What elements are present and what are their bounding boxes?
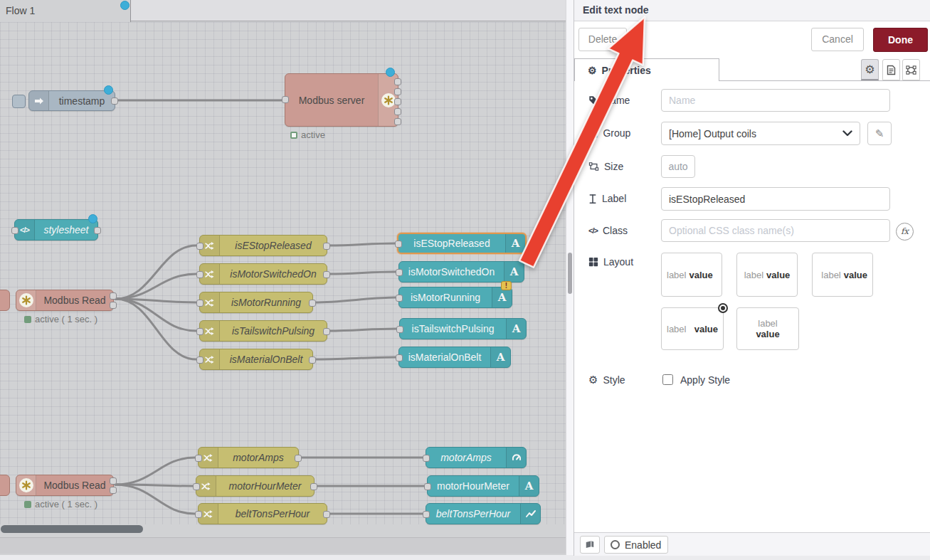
node-switch-isestopreleased[interactable]: isEStopReleased	[199, 235, 327, 256]
edit-group-button[interactable]: ✎	[867, 122, 892, 145]
output-port-2[interactable]	[394, 88, 401, 95]
input-port[interactable]	[195, 455, 202, 462]
tag-icon	[588, 95, 598, 105]
node-clipped[interactable]	[0, 475, 10, 496]
flow-canvas[interactable]: Flow 1 timestamp Modbus server	[0, 0, 566, 555]
layout-option-left[interactable]: labelvalue	[661, 253, 722, 297]
tab-appearance[interactable]	[902, 59, 920, 80]
input-port[interactable]	[396, 295, 403, 302]
node-inject-timestamp[interactable]: timestamp	[28, 90, 115, 111]
input-port[interactable]	[196, 243, 204, 250]
node-text-ismotorrunning[interactable]: isMotorRunning A !	[398, 287, 512, 308]
output-port-1[interactable]	[394, 78, 401, 85]
node-modbus-read-2[interactable]: Modbus Read	[16, 475, 114, 496]
output-port-1[interactable]	[110, 477, 117, 485]
text-icon: A	[490, 347, 510, 367]
name-input[interactable]	[661, 89, 890, 112]
node-switch-motorhourmeter[interactable]: motorHourMeter	[196, 475, 315, 497]
input-port[interactable]	[424, 483, 431, 490]
node-switch-ismotorrunning[interactable]: isMotorRunning	[199, 292, 313, 313]
node-switch-belttonsperhour[interactable]: beltTonsPerHour	[198, 503, 327, 524]
node-enabled-toggle[interactable]: Enabled	[604, 536, 668, 554]
node-switch-istailswitchpulsing[interactable]: isTailswitchPulsing	[199, 320, 327, 342]
output-port[interactable]	[323, 328, 330, 335]
node-text-ismotorswitchedon[interactable]: isMotorSwitchedOn A	[398, 261, 524, 282]
appearance-icon	[906, 65, 916, 75]
node-stylesheet[interactable]: </> stylesheet	[14, 219, 98, 241]
warning-badge: !	[501, 281, 512, 290]
status-dot	[24, 316, 31, 323]
tray-scrollbar-thumb[interactable]	[568, 253, 572, 294]
node-switch-ismaterialonbelt[interactable]: isMaterialOnBelt	[199, 349, 313, 370]
size-icon	[588, 162, 599, 171]
tab-properties[interactable]: ⚙ Properties	[574, 58, 719, 81]
layout-option-right[interactable]: labelvalue	[812, 253, 873, 297]
node-text-ismaterialonbelt[interactable]: isMaterialOnBelt A	[398, 347, 511, 368]
node-switch-motoramps[interactable]: motorAmps	[198, 447, 299, 468]
output-port[interactable]	[111, 97, 118, 105]
size-auto-button[interactable]: auto	[661, 155, 695, 178]
node-gauge-motoramps[interactable]: motorAmps	[426, 447, 527, 468]
input-port[interactable]	[396, 326, 403, 333]
layout-option-center[interactable]: labelvalue	[736, 253, 798, 297]
output-port[interactable]	[309, 300, 316, 307]
input-port[interactable]	[395, 241, 402, 248]
output-port[interactable]	[310, 483, 317, 490]
node-label: motorAmps	[426, 452, 506, 463]
output-port[interactable]	[323, 243, 330, 250]
fx-button[interactable]: fx	[896, 223, 914, 241]
output-port[interactable]	[323, 511, 330, 518]
input-port[interactable]	[196, 328, 204, 335]
output-port[interactable]	[94, 227, 101, 234]
input-port[interactable]	[196, 300, 204, 307]
group-select[interactable]: [Home] Output coils	[661, 122, 860, 145]
node-chart-belttonsperhour[interactable]: beltTonsPerHour	[426, 503, 541, 524]
apply-style-checkbox[interactable]	[662, 374, 673, 385]
input-port[interactable]	[396, 269, 403, 276]
input-port[interactable]	[396, 354, 403, 361]
node-switch-ismotorswitchedon[interactable]: isMotorSwitchedOn	[199, 263, 327, 285]
output-port-4[interactable]	[394, 108, 401, 115]
node-text-motorhourmeter[interactable]: motorHourMeter A	[427, 475, 539, 497]
output-port[interactable]	[295, 455, 302, 462]
input-port[interactable]	[423, 455, 430, 462]
cancel-button[interactable]: Cancel	[811, 28, 864, 51]
inject-button[interactable]	[12, 95, 26, 108]
output-port-2[interactable]	[110, 487, 117, 494]
input-port[interactable]	[193, 483, 200, 490]
output-port-5[interactable]	[394, 118, 401, 125]
layout-option-stacked[interactable]: labelvalue	[736, 307, 799, 350]
class-input[interactable]	[661, 219, 890, 242]
output-port-1[interactable]	[110, 292, 117, 300]
input-port[interactable]	[195, 511, 202, 518]
done-button[interactable]: Done	[873, 28, 928, 52]
input-port[interactable]	[282, 96, 289, 103]
tab-description[interactable]	[882, 59, 900, 80]
node-text-isestopreleased[interactable]: isEStopReleased A	[397, 233, 527, 254]
layout-option-spread[interactable]: labelvalue	[661, 307, 724, 350]
tab-properties-icon[interactable]: ⚙	[861, 59, 879, 80]
changed-dot	[386, 68, 395, 77]
status-dot	[24, 501, 31, 508]
output-port-2[interactable]	[110, 302, 117, 309]
output-port[interactable]	[323, 271, 330, 278]
text-icon: A	[492, 287, 512, 307]
input-port[interactable]	[196, 271, 204, 278]
asterisk-icon	[19, 293, 33, 307]
input-port[interactable]	[11, 227, 19, 234]
layout-selected-radio[interactable]	[718, 303, 728, 313]
docs-button[interactable]	[580, 536, 600, 554]
node-modbus-read-1[interactable]: Modbus Read	[16, 290, 114, 311]
node-text-istailswitchpulsing[interactable]: isTailswitchPulsing A	[399, 318, 527, 339]
node-clipped[interactable]	[0, 290, 10, 311]
delete-button[interactable]: Delete	[578, 28, 627, 51]
output-port[interactable]	[309, 356, 316, 364]
node-label: Modbus server	[285, 95, 378, 106]
label-input[interactable]	[661, 187, 890, 211]
input-port[interactable]	[196, 356, 204, 364]
input-port[interactable]	[423, 511, 430, 518]
horizontal-scrollbar[interactable]	[1, 525, 143, 533]
output-port-3[interactable]	[394, 98, 401, 105]
changed-dot	[88, 214, 97, 223]
node-modbus-server[interactable]: Modbus server	[285, 73, 398, 127]
